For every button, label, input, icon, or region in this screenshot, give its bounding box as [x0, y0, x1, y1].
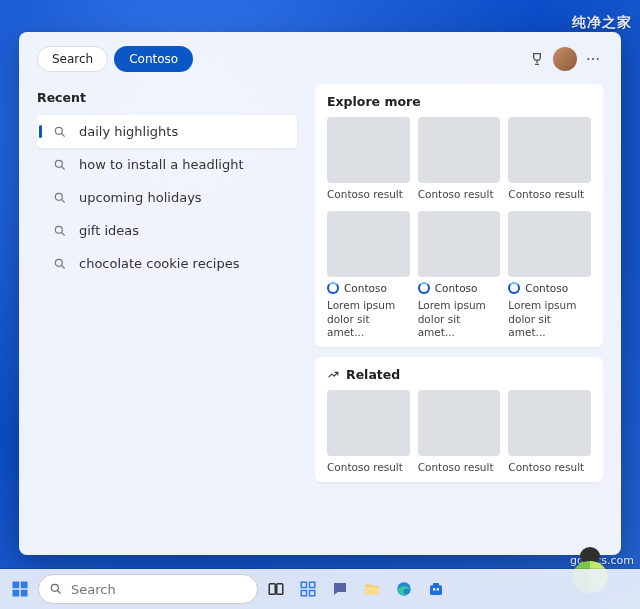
recent-item-label: gift ideas	[79, 223, 139, 238]
svg-rect-18	[310, 591, 315, 596]
svg-rect-13	[269, 584, 275, 595]
svg-rect-22	[433, 583, 439, 586]
trend-icon	[327, 368, 340, 381]
result-tile[interactable]: Contoso result	[508, 117, 591, 201]
tile-thumbnail	[508, 117, 591, 183]
tile-caption: Lorem ipsum dolor sit amet...	[508, 299, 591, 338]
result-tile[interactable]: Contoso Lorem ipsum dolor sit amet...	[418, 211, 501, 339]
tile-caption: Contoso result	[508, 188, 591, 201]
svg-rect-10	[13, 590, 20, 597]
results-pane: Explore more Contoso result Contoso resu…	[315, 84, 603, 541]
watermark-bottom: gdhtcs.com	[570, 554, 634, 567]
recent-item[interactable]: upcoming holidays	[37, 181, 297, 214]
tab-search[interactable]: Search	[37, 46, 108, 72]
search-flyout: Search Contoso Recent daily highlights	[19, 32, 621, 555]
recent-item-label: upcoming holidays	[79, 190, 202, 205]
search-icon	[49, 582, 63, 596]
search-icon	[53, 125, 67, 139]
svg-point-2	[597, 58, 599, 60]
recent-item[interactable]: chocolate cookie recipes	[37, 247, 297, 280]
result-tile[interactable]: Contoso result	[418, 117, 501, 201]
result-tile[interactable]: Contoso result	[327, 390, 410, 474]
start-button[interactable]	[6, 575, 34, 603]
tab-contoso[interactable]: Contoso	[114, 46, 193, 72]
rewards-icon[interactable]	[527, 49, 547, 69]
result-tile[interactable]: Contoso result	[327, 117, 410, 201]
result-tile[interactable]: Contoso result	[418, 390, 501, 474]
search-icon	[53, 224, 67, 238]
recent-item[interactable]: gift ideas	[37, 214, 297, 247]
search-icon	[53, 158, 67, 172]
svg-rect-21	[430, 585, 442, 595]
tile-thumbnail	[418, 117, 501, 183]
task-view-icon[interactable]	[262, 575, 290, 603]
file-explorer-icon[interactable]	[358, 575, 386, 603]
svg-point-3	[55, 127, 62, 134]
result-tile[interactable]: Contoso result	[508, 390, 591, 474]
tile-caption: Lorem ipsum dolor sit amet...	[418, 299, 501, 338]
recent-heading: Recent	[37, 90, 297, 105]
svg-rect-17	[301, 591, 306, 596]
tile-thumbnail	[327, 390, 410, 456]
tile-thumbnail	[327, 117, 410, 183]
tile-thumbnail	[418, 390, 501, 456]
flyout-header: Search Contoso	[37, 46, 603, 72]
tile-source: Contoso	[327, 282, 410, 294]
edge-icon[interactable]	[390, 575, 418, 603]
svg-point-6	[55, 226, 62, 233]
explore-section: Explore more Contoso result Contoso resu…	[315, 84, 603, 347]
tile-thumbnail	[508, 211, 591, 277]
svg-rect-24	[437, 588, 439, 590]
search-icon	[53, 191, 67, 205]
tile-source: Contoso	[418, 282, 501, 294]
svg-rect-11	[21, 590, 28, 597]
tile-thumbnail	[508, 390, 591, 456]
svg-rect-14	[277, 584, 283, 595]
tile-caption: Contoso result	[327, 461, 410, 474]
widgets-icon[interactable]	[294, 575, 322, 603]
tile-thumbnail	[418, 211, 501, 277]
related-heading: Related	[346, 367, 400, 382]
chat-icon[interactable]	[326, 575, 354, 603]
svg-rect-8	[13, 582, 20, 589]
recent-item-label: how to install a headlight	[79, 157, 244, 172]
result-tile[interactable]: Contoso Lorem ipsum dolor sit amet...	[327, 211, 410, 339]
svg-rect-15	[301, 582, 306, 587]
svg-point-4	[55, 160, 62, 167]
svg-point-5	[55, 193, 62, 200]
related-section: Related Contoso result Contoso result Co…	[315, 357, 603, 482]
recent-pane: Recent daily highlights how to install a…	[37, 84, 297, 541]
more-icon[interactable]	[583, 49, 603, 69]
svg-rect-23	[433, 588, 435, 590]
tile-thumbnail	[327, 211, 410, 277]
contoso-icon	[508, 282, 520, 294]
tile-source: Contoso	[508, 282, 591, 294]
search-icon	[53, 257, 67, 271]
recent-item[interactable]: how to install a headlight	[37, 148, 297, 181]
watermark-top: 纯净之家	[572, 14, 632, 32]
tile-caption: Contoso result	[418, 188, 501, 201]
svg-point-1	[592, 58, 594, 60]
svg-point-0	[587, 58, 589, 60]
svg-rect-9	[21, 582, 28, 589]
contoso-icon	[327, 282, 339, 294]
contoso-icon	[418, 282, 430, 294]
svg-rect-16	[310, 582, 315, 587]
tile-caption: Contoso result	[508, 461, 591, 474]
svg-point-7	[55, 259, 62, 266]
recent-item-label: daily highlights	[79, 124, 178, 139]
taskbar	[0, 569, 640, 609]
svg-point-12	[51, 584, 58, 591]
recent-item-label: chocolate cookie recipes	[79, 256, 239, 271]
tile-caption: Contoso result	[418, 461, 501, 474]
taskbar-search-input[interactable]	[71, 582, 247, 597]
result-tile[interactable]: Contoso Lorem ipsum dolor sit amet...	[508, 211, 591, 339]
tile-caption: Lorem ipsum dolor sit amet...	[327, 299, 410, 338]
tile-caption: Contoso result	[327, 188, 410, 201]
store-icon[interactable]	[422, 575, 450, 603]
recent-item[interactable]: daily highlights	[37, 115, 297, 148]
taskbar-search[interactable]	[38, 574, 258, 604]
explore-heading: Explore more	[327, 94, 591, 109]
user-avatar[interactable]	[553, 47, 577, 71]
svg-rect-19	[365, 587, 379, 595]
